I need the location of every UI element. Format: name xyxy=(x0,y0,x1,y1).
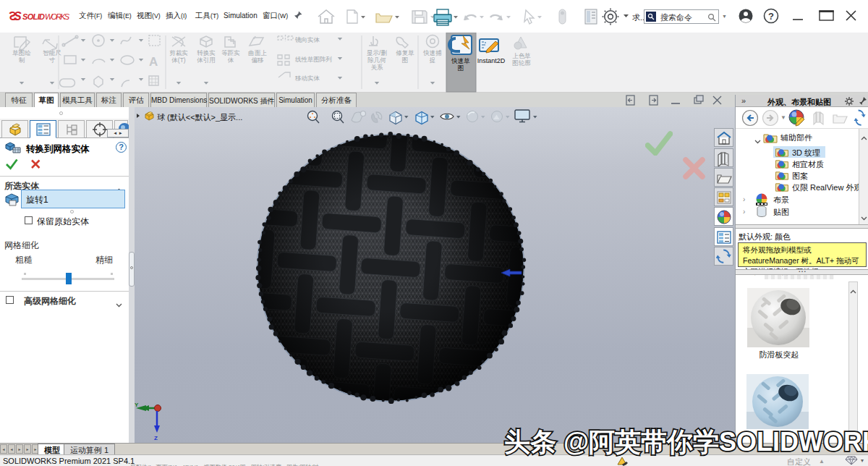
svg-text:图轮廓: 图轮廓 xyxy=(512,59,531,67)
svg-text:转换实: 转换实 xyxy=(197,49,216,56)
svg-text:SOLID: SOLID xyxy=(22,12,45,21)
svg-text:制: 制 xyxy=(19,56,25,64)
svg-text:Z: Z xyxy=(154,435,158,441)
svg-text:曲面上: 曲面上 xyxy=(248,49,267,56)
svg-text:除几何: 除几何 xyxy=(367,56,386,64)
svg-text:修复草: 修复草 xyxy=(396,49,414,56)
svg-text:Instant2D: Instant2D xyxy=(477,57,506,64)
svg-text:捉: 捉 xyxy=(429,56,436,64)
svg-text:Y: Y xyxy=(135,402,139,408)
svg-text:S: S xyxy=(14,10,22,22)
svg-text:图: 图 xyxy=(458,64,464,72)
svg-text:上色草: 上色草 xyxy=(512,52,531,59)
svg-text:智能尺: 智能尺 xyxy=(43,49,61,56)
svg-text:求..: 求.. xyxy=(632,13,644,22)
svg-text:线性草图阵列: 线性草图阵列 xyxy=(295,56,332,63)
svg-text:体: 体 xyxy=(228,56,234,64)
svg-text:寸: 寸 xyxy=(49,56,56,64)
svg-text:移动实体: 移动实体 xyxy=(294,75,320,82)
svg-text:显示/删: 显示/删 xyxy=(367,49,387,56)
svg-text:体引用: 体引用 xyxy=(197,56,216,64)
svg-text:体(T): 体(T) xyxy=(171,56,186,64)
svg-text:镜向实体: 镜向实体 xyxy=(294,36,320,43)
svg-text:A: A xyxy=(149,55,158,69)
svg-text:等距实: 等距实 xyxy=(221,49,240,56)
svg-text:快速捕: 快速捕 xyxy=(422,49,442,56)
svg-text:关系: 关系 xyxy=(371,64,384,71)
svg-text:WORKS: WORKS xyxy=(45,12,70,21)
svg-text:偏移: 偏移 xyxy=(252,56,264,64)
svg-text:快速草: 快速草 xyxy=(451,57,470,64)
svg-text:图: 图 xyxy=(402,56,409,64)
svg-text:?: ? xyxy=(768,11,774,22)
svg-text:草图绘: 草图绘 xyxy=(12,49,31,56)
svg-text:剪裁实: 剪裁实 xyxy=(169,49,188,56)
